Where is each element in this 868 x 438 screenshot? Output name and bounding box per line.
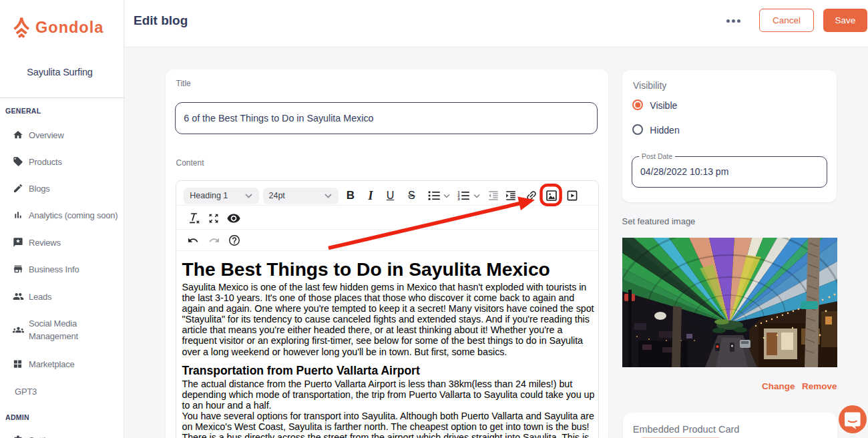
svg-text:3: 3 — [458, 197, 460, 201]
svg-text:Gondola: Gondola — [35, 19, 103, 36]
